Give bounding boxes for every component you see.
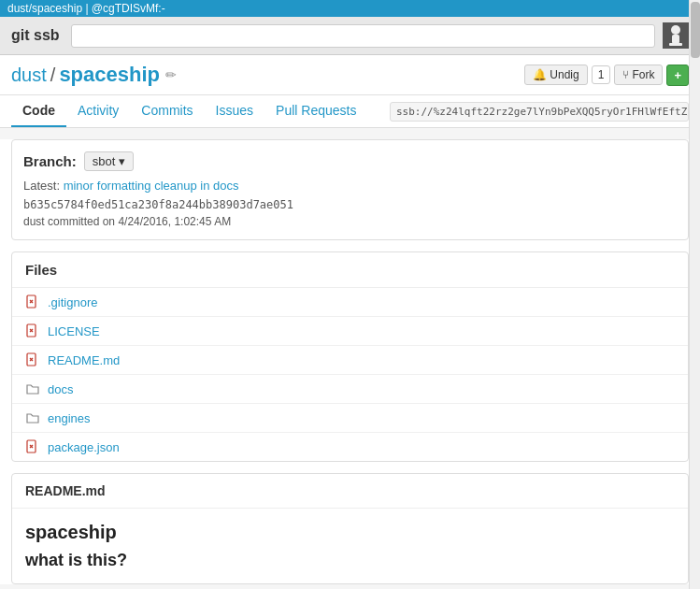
file-row[interactable]: .gitignore [12, 288, 688, 317]
repo-title-row: dust / spaceship ✏ 🔔 Undig 1 ⑂ Fork + [0, 55, 700, 95]
branch-label: Branch: [23, 153, 77, 169]
latest-row: Latest: minor formatting cleanup in docs [23, 179, 677, 193]
readme-header: README.md [12, 474, 688, 509]
main-content: Branch: sbot ▾ Latest: minor formatting … [0, 139, 700, 584]
fork-label: Fork [632, 68, 654, 81]
plus-button[interactable]: + [666, 65, 689, 86]
chevron-down-icon: ▾ [119, 154, 125, 168]
ssb-url[interactable]: ssb://%z24lqft22rz2ge7lYn9bPeXQQ5ryOr1FH… [390, 102, 689, 122]
file-row[interactable]: README.md [12, 346, 688, 375]
tab-activity[interactable]: Activity [66, 95, 130, 127]
branch-row: Branch: sbot ▾ [23, 151, 677, 171]
latest-prefix: Latest: [23, 179, 60, 193]
file-name-docs[interactable]: docs [48, 382, 73, 396]
avatar [663, 22, 689, 49]
svg-point-1 [671, 25, 680, 35]
header: git ssb [0, 17, 700, 55]
repo-name[interactable]: spaceship [59, 63, 160, 87]
file-icon-package [25, 439, 40, 454]
fork-button[interactable]: ⑂ Fork [614, 65, 663, 85]
readme-title: spaceship [25, 522, 675, 543]
file-row[interactable]: LICENSE [12, 317, 688, 346]
readme-section: README.md spaceship what is this? [11, 473, 689, 584]
fork-icon: ⑂ [622, 68, 629, 81]
undig-label: Undig [550, 68, 579, 81]
file-name-gitignore[interactable]: .gitignore [48, 295, 97, 309]
file-icon-engines [25, 410, 40, 425]
branch-badge[interactable]: sbot ▾ [84, 151, 135, 171]
file-name-engines[interactable]: engines [48, 411, 91, 425]
tab-pull-requests[interactable]: Pull Requests [264, 95, 367, 127]
svg-rect-3 [669, 43, 682, 46]
tab-issues[interactable]: Issues [205, 95, 264, 127]
nav-tabs: Code Activity Commits Issues Pull Reques… [0, 95, 700, 128]
file-name-package[interactable]: package.json [48, 440, 120, 454]
readme-body: spaceship what is this? [12, 509, 688, 583]
tab-code[interactable]: Code [11, 95, 66, 127]
branch-section: Branch: sbot ▾ Latest: minor formatting … [11, 139, 689, 240]
repo-owner[interactable]: dust [11, 65, 47, 86]
undig-count: 1 [592, 65, 611, 84]
tab-commits[interactable]: Commits [130, 95, 204, 127]
readme-subtitle: what is this? [25, 551, 675, 570]
committed-by: dust committed on 4/24/2016, 1:02:45 AM [23, 215, 677, 228]
files-header: Files [12, 252, 688, 288]
svg-rect-2 [672, 35, 679, 44]
file-icon-license [25, 323, 40, 338]
file-row[interactable]: engines [12, 404, 688, 433]
undig-button[interactable]: 🔔 Undig [524, 65, 587, 85]
branch-name: sbot [93, 154, 116, 168]
repo-separator: / [50, 65, 56, 86]
files-section: Files .gitignore LICENSE README.md docs [11, 251, 689, 462]
edit-icon[interactable]: ✏ [165, 67, 177, 82]
file-row[interactable]: docs [12, 375, 688, 404]
file-icon-readme [25, 352, 40, 367]
file-name-license[interactable]: LICENSE [48, 324, 100, 338]
git-label: git ssb [11, 27, 60, 44]
repo-actions: 🔔 Undig 1 ⑂ Fork + [524, 65, 689, 86]
latest-commit-link[interactable]: minor formatting cleanup in docs [64, 179, 239, 193]
file-name-readme[interactable]: README.md [48, 353, 120, 367]
file-icon-docs [25, 381, 40, 396]
commit-hash: b635c5784f0ed51ca230f8a244bb38903d7ae051 [23, 198, 677, 211]
file-icon-gitignore [25, 294, 40, 309]
search-input[interactable] [71, 24, 655, 48]
scrollbar[interactable] [689, 0, 700, 589]
scrollbar-thumb[interactable] [691, 2, 700, 58]
bell-icon: 🔔 [533, 68, 547, 81]
topbar-path: dust/spaceship | @cgTDISvMf:- [7, 2, 165, 15]
file-row[interactable]: package.json [12, 433, 688, 461]
topbar: dust/spaceship | @cgTDISvMf:- [0, 0, 700, 17]
